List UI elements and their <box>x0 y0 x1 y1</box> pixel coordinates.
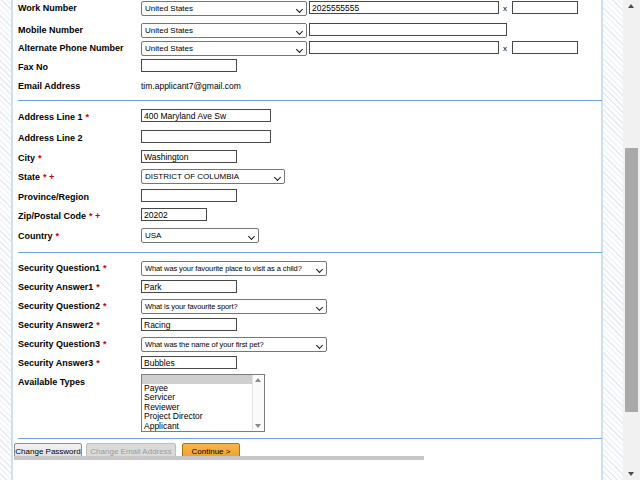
security-question3-select[interactable]: What was the name of your first pet? <box>141 337 327 352</box>
security-answer3-input[interactable] <box>141 356 237 369</box>
required-marker: * <box>86 112 90 122</box>
required-marker: * <box>38 153 42 163</box>
label-text: State <box>18 172 40 182</box>
label-text: Mobile Number <box>18 25 83 35</box>
required-marker: * + <box>89 211 100 221</box>
mobile-number-label: Mobile Number <box>18 25 83 35</box>
security-question1-select[interactable]: What was your favourite place to visit a… <box>141 261 327 276</box>
security-answer3-label: Security Answer3* <box>18 358 100 368</box>
chevron-down-icon <box>316 265 323 272</box>
security-answer2-input[interactable] <box>141 318 237 331</box>
chevron-down-icon <box>296 27 303 34</box>
country-select[interactable]: USA <box>141 228 259 243</box>
security-answer2-label: Security Answer2* <box>18 320 100 330</box>
work-number-input[interactable] <box>309 1 499 14</box>
label-text: Security Question2 <box>18 301 100 311</box>
select-value: What is your favourite sport? <box>145 302 238 311</box>
scroll-up-icon[interactable] <box>255 378 261 382</box>
listbox-options: Payee Servicer Reviewer Project Director… <box>142 375 252 431</box>
fax-label: Fax No <box>18 62 48 72</box>
select-value: United States <box>145 4 193 13</box>
label-text: Country <box>18 231 53 241</box>
mobile-number-input[interactable] <box>309 23 507 36</box>
email-value: tim.applicant7@gmail.com <box>141 81 241 91</box>
label-text: Address Line 2 <box>18 133 83 143</box>
work-number-country-select[interactable]: United States <box>141 1 307 16</box>
state-select[interactable]: DISTRICT OF COLUMBIA <box>141 169 285 184</box>
address-line1-input[interactable] <box>141 109 271 122</box>
address-line2-label: Address Line 2 <box>18 133 83 143</box>
listbox-scrollbar[interactable] <box>252 375 264 431</box>
address-line1-label: Address Line 1* <box>18 112 89 122</box>
label-text: Address Line 1 <box>18 112 83 122</box>
page-scrollbar[interactable] <box>623 0 640 480</box>
scroll-down-icon[interactable] <box>628 472 634 476</box>
city-label: City* <box>18 153 42 163</box>
available-types-listbox[interactable]: Payee Servicer Reviewer Project Director… <box>141 374 265 432</box>
province-input[interactable] <box>141 189 237 202</box>
security-answer1-input[interactable] <box>141 280 237 293</box>
label-text: Work Number <box>18 3 77 13</box>
label-text: Fax No <box>18 62 48 72</box>
city-input[interactable] <box>141 150 237 163</box>
zip-label: Zip/Postal Code* + <box>18 211 100 221</box>
required-marker: * <box>96 320 100 330</box>
select-value: United States <box>145 26 193 35</box>
state-label: State* + <box>18 172 54 182</box>
alternate-phone-label: Alternate Phone Number <box>18 43 124 53</box>
select-value: United States <box>145 44 193 53</box>
available-types-label: Available Types <box>18 377 85 387</box>
chevron-down-icon <box>316 341 323 348</box>
work-ext-input[interactable] <box>512 1 578 14</box>
security-question3-label: Security Question3* <box>18 339 107 349</box>
label-text: Security Question1 <box>18 263 100 273</box>
required-marker: * + <box>43 172 54 182</box>
chevron-down-icon <box>296 5 303 12</box>
required-marker: * <box>56 231 60 241</box>
chevron-down-icon <box>316 303 323 310</box>
chevron-down-icon <box>296 45 303 52</box>
alternate-phone-input[interactable] <box>309 41 499 54</box>
security-question2-label: Security Question2* <box>18 301 107 311</box>
security-question1-label: Security Question1* <box>18 263 107 273</box>
fax-input[interactable] <box>141 59 237 72</box>
select-value: DISTRICT OF COLUMBIA <box>145 172 239 181</box>
chevron-down-icon <box>248 232 255 239</box>
profile-form-panel: Work Number United States x Mobile Numbe… <box>11 0 603 480</box>
required-marker: * <box>96 358 100 368</box>
chevron-down-icon <box>274 173 281 180</box>
label-text: Security Answer3 <box>18 358 93 368</box>
required-marker: * <box>103 339 107 349</box>
required-marker: * <box>103 301 107 311</box>
work-ext-label: x <box>503 5 507 13</box>
select-value: What was the name of your first pet? <box>145 340 264 349</box>
list-option[interactable]: Applicant <box>142 422 252 431</box>
select-value: What was your favourite place to visit a… <box>145 264 302 273</box>
security-question2-select[interactable]: What is your favourite sport? <box>141 299 327 314</box>
label-text: Alternate Phone Number <box>18 43 124 53</box>
required-marker: * <box>103 263 107 273</box>
label-text: Security Answer1 <box>18 282 93 292</box>
work-number-label: Work Number <box>18 3 77 13</box>
alternate-phone-country-select[interactable]: United States <box>141 41 307 56</box>
scroll-up-icon[interactable] <box>628 4 634 8</box>
required-marker: * <box>96 282 100 292</box>
label-text: Email Address <box>18 81 80 91</box>
label-text: Province/Region <box>18 192 89 202</box>
scrollbar-thumb[interactable] <box>625 148 638 412</box>
zip-input[interactable] <box>141 208 207 221</box>
horizontal-scrollbar-thumb[interactable] <box>14 456 424 460</box>
address-line2-input[interactable] <box>141 130 271 143</box>
security-answer1-label: Security Answer1* <box>18 282 100 292</box>
section-divider <box>18 438 602 439</box>
label-text: Security Question3 <box>18 339 100 349</box>
alternate-ext-input[interactable] <box>512 41 578 54</box>
label-text: Available Types <box>18 377 85 387</box>
section-divider <box>18 100 602 101</box>
section-divider <box>18 252 602 253</box>
label-text: Security Answer2 <box>18 320 93 330</box>
mobile-number-country-select[interactable]: United States <box>141 23 307 38</box>
scroll-down-icon[interactable] <box>255 424 261 428</box>
alternate-ext-label: x <box>503 45 507 53</box>
province-label: Province/Region <box>18 192 89 202</box>
